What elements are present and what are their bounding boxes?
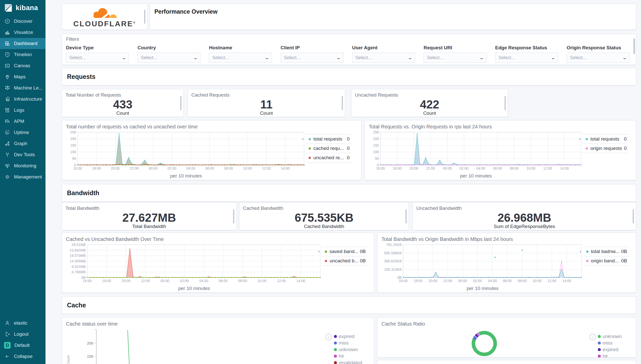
sidebar-item-logs[interactable]: Logs (0, 105, 45, 116)
sidebar-nav: DiscoverVisualizeDashboardTimelionCanvas… (0, 16, 45, 183)
filter-select[interactable]: Select...⌄ (495, 53, 558, 63)
legend-toggle-icon[interactable]: › (580, 249, 581, 254)
legend-item[interactable]: cached requ...0 (306, 144, 351, 153)
sidebar-item-label: Discover (14, 18, 33, 24)
legend-item[interactable]: unknown (334, 346, 362, 353)
metric-label: Cached Bandwidth (239, 202, 409, 211)
sidebar-item-graph[interactable]: Graph (0, 138, 45, 149)
bandwidth-over-time-chart[interactable]: 0B4.768MB9.537MB14.305MB19.073MB23.842MB… (66, 243, 322, 285)
collapse-arrow-icon (5, 354, 10, 359)
filter-label: Client IP (281, 45, 344, 51)
sidebar-item-collapse[interactable]: Collapse (0, 351, 45, 362)
svg-text:00:00: 00:00 (458, 279, 467, 283)
sidebar-item-canvas[interactable]: Canvas (0, 60, 45, 71)
panel-scroll-thumb[interactable] (180, 96, 181, 110)
filters-scroll-thumb[interactable] (633, 38, 635, 54)
sidebar-item-management[interactable]: Management (0, 171, 45, 183)
sidebar-item-maps[interactable]: Maps (0, 71, 45, 82)
legend-value: 0B (360, 249, 367, 254)
filter-select[interactable]: Select...⌄ (352, 53, 415, 63)
metric-label: Uncached Bandwidth (413, 202, 636, 211)
legend-item[interactable]: origin band...0B (584, 256, 629, 266)
filter-select[interactable]: Select...⌄ (209, 53, 272, 63)
kibana-logo-row[interactable]: kibana (0, 0, 45, 16)
filter-field-client-ip: Client IPSelect...⌄ (281, 45, 344, 63)
metric-value: 27.627MB (62, 212, 236, 224)
legend-item[interactable]: expired (598, 346, 622, 353)
filter-select[interactable]: Select...⌄ (567, 53, 630, 63)
sidebar-item-label: Visualize (14, 30, 33, 35)
legend-color-dot (325, 260, 327, 262)
dashboard-title-panel: Performance Overview (150, 4, 636, 30)
metric-total-bandwidth: Total Bandwidth 27.627MB Total Bandwidth (62, 202, 237, 230)
page-title: Performance Overview (150, 4, 636, 15)
cache-ratio-donut-chart[interactable] (472, 331, 497, 356)
legend-toggle-icon[interactable]: › (579, 136, 581, 142)
cache-status-chart[interactable]: 20015010050Count (66, 328, 309, 364)
panel-scroll-thumb[interactable] (505, 96, 506, 110)
sidebar-item-apm[interactable]: APM (0, 116, 45, 127)
rps-24h-chart[interactable]: 05010015020025016:0018:0020:0022:0000:00… (369, 131, 583, 173)
filter-select[interactable]: Select...⌄ (138, 53, 200, 63)
legend-expand-icon[interactable]: › (589, 334, 596, 340)
sidebar-item-label: Logs (14, 107, 24, 113)
legend-item[interactable]: hit (598, 353, 622, 358)
metric-cached-requests: Cached Requests 11 Count (188, 89, 345, 117)
legend-item[interactable]: total badnw...0B (584, 247, 629, 256)
sidebar-item-monitoring[interactable]: Monitoring (0, 160, 45, 171)
svg-text:14:00: 14:00 (296, 279, 305, 283)
panel-scroll-thumb[interactable] (233, 209, 234, 223)
sidebar-item-machine-le[interactable]: Machine Le... (0, 82, 45, 94)
panel-scroll-thumb[interactable] (405, 209, 407, 223)
svg-text:50: 50 (72, 156, 76, 161)
legend-item[interactable]: unknown (598, 333, 622, 340)
legend-expand-icon[interactable]: › (325, 334, 332, 340)
legend-toggle-icon[interactable]: › (318, 249, 320, 254)
sidebar-item-dashboard[interactable]: Dashboard (0, 38, 45, 49)
metric-label: Total Bandwidth (62, 202, 236, 211)
filter-select[interactable]: Select...⌄ (281, 53, 344, 63)
filter-select[interactable]: Select...⌄ (424, 53, 487, 63)
legend-items: expiredmissunknownhitrevalidated (334, 333, 362, 364)
legend-toggle-icon[interactable]: › (302, 136, 304, 142)
panel-scroll-thumb[interactable] (342, 96, 343, 110)
legend-item[interactable]: miss (334, 340, 362, 346)
legend-item[interactable]: uncached b...0B (322, 256, 367, 266)
legend-item[interactable]: expired (334, 333, 362, 340)
metric-unit: Count (188, 110, 345, 116)
sidebar-item-visualize[interactable]: Visualize (0, 27, 45, 38)
sidebar-item-label: Collapse (14, 354, 33, 359)
sidebar-item-discover[interactable]: Discover (0, 16, 45, 27)
legend-item[interactable]: origin requests0 (583, 144, 628, 153)
legend-item[interactable]: saved band...0B (322, 247, 367, 256)
sidebar-item-uptime[interactable]: Uptime (0, 127, 45, 138)
sidebar-item-logout[interactable]: Logout (0, 329, 45, 340)
panel-scroll-thumb[interactable] (633, 209, 634, 223)
legend-item[interactable]: uncached re...0 (306, 153, 351, 163)
legend-value: 0 (624, 146, 628, 151)
legend-label: uncached b... (330, 258, 360, 264)
sidebar-item-elastic[interactable]: elastic (0, 317, 45, 329)
svg-text:00:00: 00:00 (161, 279, 169, 283)
dashboard-grid-icon (5, 41, 10, 46)
sidebar-item-infrastructure[interactable]: Infrastructure (0, 94, 45, 105)
legend-item[interactable]: total requests0 (583, 134, 628, 144)
sidebar: kibana DiscoverVisualizeDashboardTimelio… (0, 0, 45, 364)
metric-uncached-bandwidth: Uncached Bandwidth 26.968MB Sum of EdgeR… (413, 202, 636, 230)
legend-item[interactable]: revalidated (334, 359, 362, 364)
legend-item[interactable]: total requests0 (306, 134, 351, 144)
requests-over-time-chart[interactable]: 05010015020025016:0018:0020:0022:0000:00… (66, 131, 306, 173)
sidebar-item-dev-tools[interactable]: Dev Tools (0, 149, 45, 160)
filter-select[interactable]: Select...⌄ (66, 53, 129, 63)
panel-scroll-thumb[interactable] (144, 10, 145, 24)
metric-value: 26.968MB (413, 212, 636, 224)
sidebar-item-default[interactable]: DDefault (0, 340, 45, 351)
bandwidth-section-panel: Bandwidth (62, 184, 636, 202)
legend-item[interactable]: hit (334, 353, 362, 359)
legend-color-dot (598, 342, 601, 345)
bandwidth-vs-origin-chart[interactable]: 0B195.313KB390.625KB585.938KB781.25KB16:… (381, 243, 584, 285)
legend-item[interactable]: miss (598, 340, 622, 346)
sidebar-item-timelion[interactable]: Timelion (0, 49, 45, 60)
legend-value: 0 (347, 146, 351, 151)
sidebar-item-label: Maps (14, 74, 26, 80)
